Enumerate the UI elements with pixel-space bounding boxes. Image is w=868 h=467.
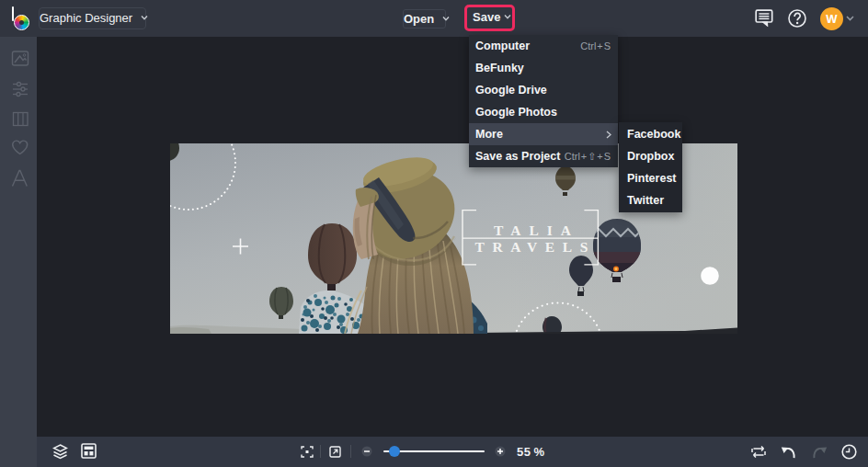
svg-text:TRAVELS: TRAVELS	[475, 239, 596, 255]
svg-text:TALIA: TALIA	[494, 222, 579, 238]
